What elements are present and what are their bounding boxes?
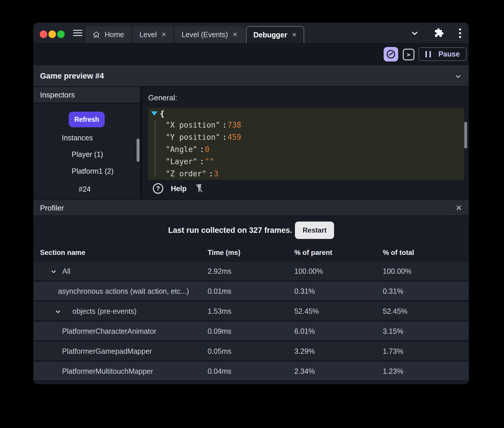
help-icon[interactable]: ? xyxy=(153,183,163,194)
profiler-row-multitouch-mapper[interactable]: PlatformerMultitouchMapper 0.04ms 2.34% … xyxy=(33,362,469,381)
tab-level[interactable]: Level ✕ xyxy=(133,26,173,43)
traffic-light-close-button[interactable] xyxy=(40,30,47,38)
json-value: 3 xyxy=(214,169,219,178)
json-root-brace[interactable]: { xyxy=(160,109,164,118)
inspectors-scrollbar[interactable] xyxy=(137,139,139,162)
chevron-down-icon[interactable] xyxy=(410,29,419,38)
tab-label: Level (Events) xyxy=(182,30,228,39)
section-time: 0.09ms xyxy=(208,322,231,341)
prompt-icon: > xyxy=(407,51,410,58)
tab-debugger[interactable]: Debugger ✕ xyxy=(246,26,304,43)
tab-label: Debugger xyxy=(253,31,287,39)
profiler-row-gamepad-mapper[interactable]: PlatformerGamepadMapper 0.05ms 3.29% 1.7… xyxy=(33,342,469,361)
profiler-table-header: Section name Time (ms) % of parent % of … xyxy=(33,245,469,261)
collapse-chevron-icon[interactable] xyxy=(454,73,462,80)
profiler-row-async-actions[interactable]: asynchronous actions (wait action, etc..… xyxy=(33,282,469,301)
section-name: objects (pre-events) xyxy=(72,302,137,321)
general-panel: General: { "X position":738 "Y position"… xyxy=(142,87,469,200)
traffic-light-zoom-button[interactable] xyxy=(57,30,65,38)
tab-close-icon[interactable]: ✕ xyxy=(161,31,166,38)
section-percent-of-total: 1.73% xyxy=(383,342,403,361)
json-property-row: "Z order":3 xyxy=(166,168,241,180)
json-property-row: "Y position":459 xyxy=(166,131,241,143)
pin-off-icon[interactable] xyxy=(194,183,204,194)
json-value: 459 xyxy=(228,133,241,142)
json-property-row: "Layer":"" xyxy=(166,155,241,168)
profiler-gauge-button[interactable] xyxy=(384,47,398,61)
inspectors-panel: Inspectors Refresh Instances Player (1) … xyxy=(33,87,140,200)
row-expand-chevron-icon[interactable] xyxy=(55,308,61,315)
tab-close-icon[interactable]: ✕ xyxy=(292,31,297,38)
debugger-content: Inspectors Refresh Instances Player (1) … xyxy=(33,87,469,200)
game-preview-header[interactable]: Game preview #4 xyxy=(33,65,469,87)
json-properties: "X position":738 "Y position":459 "Angle… xyxy=(166,119,241,180)
tree-item-instances[interactable]: Instances xyxy=(62,134,93,142)
more-options-icon[interactable] xyxy=(459,28,461,38)
section-percent-of-total: 3.15% xyxy=(383,322,403,341)
column-header-percent-of-parent: % of parent xyxy=(294,249,332,257)
section-percent-of-total: 52.45% xyxy=(383,302,407,321)
profiler-row-all[interactable]: All 2.92ms 100.00% 100.00% xyxy=(33,262,469,281)
section-percent-of-total: 100.00% xyxy=(383,262,411,281)
tree-item-instance-24[interactable]: #24 xyxy=(79,185,91,193)
json-key: "Y position" xyxy=(166,133,220,142)
section-name: PlatformerMultitouchMapper xyxy=(62,362,153,381)
help-row: ? Help xyxy=(153,183,204,194)
tab-close-icon[interactable]: ✕ xyxy=(233,31,238,38)
pause-icon xyxy=(425,51,431,57)
profiler-status-row: Last run collected on 327 frames. Restar… xyxy=(33,221,469,239)
section-percent-of-total: 1.23% xyxy=(383,362,403,381)
json-property-row: "X position":738 xyxy=(166,119,241,131)
json-property-row: "Angle":0 xyxy=(166,143,241,155)
tree-guide-line xyxy=(155,121,155,176)
general-title: General: xyxy=(148,93,177,102)
section-percent-of-total: 0.31% xyxy=(383,282,403,301)
json-value: 738 xyxy=(228,121,241,129)
column-header-time: Time (ms) xyxy=(208,249,240,257)
pause-label: Pause xyxy=(438,50,460,58)
general-scrollbar[interactable] xyxy=(464,122,467,148)
profiler-panel: Last run collected on 327 frames. Restar… xyxy=(33,216,469,384)
tab-level-events[interactable]: Level (Events) ✕ xyxy=(175,26,244,43)
json-viewer: { "X position":738 "Y position":459 "Ang… xyxy=(148,108,464,180)
section-name: asynchronous actions (wait action, etc..… xyxy=(58,282,189,301)
section-percent-of-parent: 6.01% xyxy=(294,322,315,341)
extensions-puzzle-icon[interactable] xyxy=(434,28,444,38)
json-key: "Layer" xyxy=(166,157,197,166)
traffic-light-minimize-button[interactable] xyxy=(48,30,56,38)
section-time: 0.01ms xyxy=(208,282,231,301)
row-expand-chevron-icon[interactable] xyxy=(50,268,57,275)
tree-item-player[interactable]: Player (1) xyxy=(72,150,103,159)
speedometer-icon xyxy=(386,49,396,59)
section-name: PlatformerGamepadMapper xyxy=(62,342,152,361)
profiler-header: Profiler ✕ xyxy=(33,200,469,216)
pause-button[interactable]: Pause xyxy=(418,47,467,61)
profiler-close-icon[interactable]: ✕ xyxy=(456,204,462,213)
section-time: 2.92ms xyxy=(208,262,231,281)
profiler-status-text: Last run collected on 327 frames. xyxy=(168,226,292,235)
section-time: 1.53ms xyxy=(208,302,231,321)
expand-triangle-icon[interactable] xyxy=(151,111,157,116)
json-value: "" xyxy=(205,157,214,166)
section-name: All xyxy=(62,262,70,281)
section-name: PlatformerCharacterAnimator xyxy=(62,322,156,341)
section-percent-of-parent: 52.45% xyxy=(294,302,319,321)
tab-home[interactable]: Home xyxy=(86,26,131,43)
tab-label: Level xyxy=(139,30,157,39)
profiler-row-objects-pre-events[interactable]: objects (pre-events) 1.53ms 52.45% 52.45… xyxy=(33,302,469,321)
restart-button[interactable]: Restart xyxy=(295,222,334,239)
json-key: "Angle" xyxy=(166,145,197,154)
section-percent-of-parent: 0.31% xyxy=(294,282,315,301)
refresh-button[interactable]: Refresh xyxy=(69,112,105,127)
tree-item-platform1[interactable]: Platform1 (2) xyxy=(72,167,113,175)
section-percent-of-parent: 2.34% xyxy=(294,362,315,381)
debugger-toolbar: > Pause xyxy=(33,43,469,65)
console-button[interactable]: > xyxy=(403,49,414,60)
inspectors-header: Inspectors xyxy=(33,87,140,104)
pane-divider xyxy=(140,87,142,200)
column-header-percent-of-total: % of total xyxy=(383,249,414,257)
hamburger-menu-icon[interactable] xyxy=(73,30,82,36)
profiler-row-character-animator[interactable]: PlatformerCharacterAnimator 0.09ms 6.01%… xyxy=(33,322,469,341)
help-label[interactable]: Help xyxy=(171,184,186,193)
game-preview-title: Game preview #4 xyxy=(40,72,104,81)
